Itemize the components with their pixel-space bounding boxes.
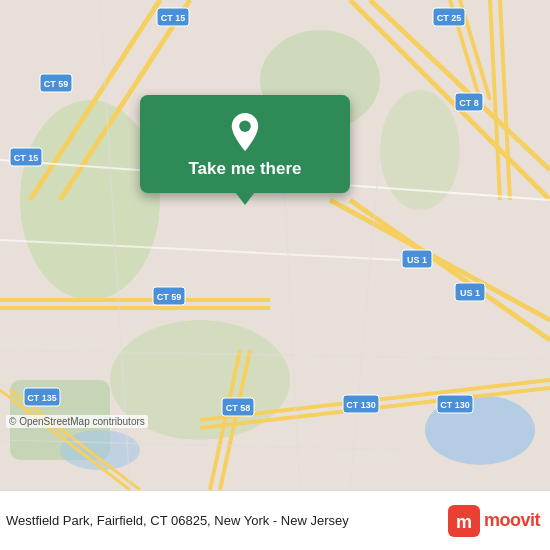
popup-label: Take me there — [188, 159, 301, 179]
take-me-there-popup[interactable]: Take me there — [140, 95, 350, 193]
map-container: CT 15 CT 25 CT 59 CT 8 CT 15 US 1 US 1 C… — [0, 0, 550, 490]
moovit-logo: m moovit — [448, 505, 540, 537]
svg-text:CT 59: CT 59 — [157, 292, 182, 302]
svg-text:CT 15: CT 15 — [161, 13, 186, 23]
svg-text:CT 15: CT 15 — [14, 153, 39, 163]
svg-text:CT 58: CT 58 — [226, 403, 251, 413]
svg-text:m: m — [456, 512, 472, 532]
moovit-logo-icon: m — [448, 505, 480, 537]
svg-point-57 — [239, 120, 251, 132]
svg-text:CT 135: CT 135 — [27, 393, 57, 403]
location-pin-icon — [226, 113, 264, 151]
moovit-logo-text: moovit — [484, 510, 540, 531]
svg-text:US 1: US 1 — [460, 288, 480, 298]
svg-text:US 1: US 1 — [407, 255, 427, 265]
svg-text:CT 25: CT 25 — [437, 13, 462, 23]
svg-text:CT 130: CT 130 — [440, 400, 470, 410]
bottom-bar: Westfield Park, Fairfield, CT 06825, New… — [0, 490, 550, 550]
osm-credit: © OpenStreetMap contributors — [6, 415, 148, 428]
svg-text:CT 130: CT 130 — [346, 400, 376, 410]
svg-text:CT 59: CT 59 — [44, 79, 69, 89]
svg-point-1 — [20, 100, 160, 300]
svg-text:CT 8: CT 8 — [459, 98, 479, 108]
address-text: Westfield Park, Fairfield, CT 06825, New… — [6, 513, 448, 528]
